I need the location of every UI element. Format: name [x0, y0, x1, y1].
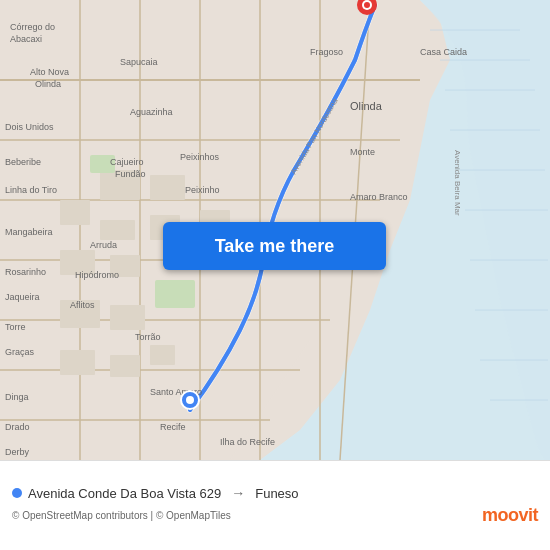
svg-text:Torre: Torre [5, 322, 26, 332]
svg-rect-28 [60, 200, 90, 225]
svg-text:Peixinho: Peixinho [185, 185, 220, 195]
svg-text:Graças: Graças [5, 347, 35, 357]
svg-text:Amaro Branco: Amaro Branco [350, 192, 408, 202]
svg-text:Dinga: Dinga [5, 392, 29, 402]
svg-text:Recife: Recife [160, 422, 186, 432]
route-origin: Avenida Conde Da Boa Vista 629 [28, 486, 221, 501]
svg-rect-38 [150, 345, 175, 365]
svg-text:Hipódromo: Hipódromo [75, 270, 119, 280]
svg-text:Aguazinha: Aguazinha [130, 107, 173, 117]
svg-text:Olinda: Olinda [350, 100, 383, 112]
svg-text:Olinda: Olinda [35, 79, 61, 89]
svg-point-79 [364, 2, 370, 8]
svg-text:Peixinhos: Peixinhos [180, 152, 220, 162]
svg-text:Ilha do Recife: Ilha do Recife [220, 437, 275, 447]
svg-text:Monte: Monte [350, 147, 375, 157]
origin-indicator [12, 488, 22, 498]
svg-point-81 [186, 396, 194, 404]
svg-text:Linha do Tiro: Linha do Tiro [5, 185, 57, 195]
take-me-there-button[interactable]: Take me there [163, 222, 386, 270]
svg-text:Avenida Beira Mar: Avenida Beira Mar [453, 150, 462, 216]
svg-text:Fundão: Fundão [115, 169, 146, 179]
svg-text:Sapucaia: Sapucaia [120, 57, 158, 67]
route-row: Avenida Conde Da Boa Vista 629 → Funeso [12, 485, 538, 501]
svg-text:Aflitos: Aflitos [70, 300, 95, 310]
map-attribution: © OpenStreetMap contributors | © OpenMap… [12, 510, 231, 521]
svg-text:Jaqueira: Jaqueira [5, 292, 40, 302]
svg-text:Dois Unidos: Dois Unidos [5, 122, 54, 132]
svg-text:Rosarinho: Rosarinho [5, 267, 46, 277]
svg-text:Torrão: Torrão [135, 332, 161, 342]
svg-text:Beberibe: Beberibe [5, 157, 41, 167]
svg-rect-29 [100, 220, 135, 240]
moovit-logo: moovit [482, 505, 538, 526]
bottom-bar: Avenida Conde Da Boa Vista 629 → Funeso … [0, 460, 550, 550]
svg-text:Abacaxi: Abacaxi [10, 34, 42, 44]
attribution-row: © OpenStreetMap contributors | © OpenMap… [12, 505, 538, 526]
svg-rect-39 [155, 280, 195, 308]
svg-rect-36 [60, 350, 95, 375]
map-container: Olinda Fragoso Casa Caida Monte Amaro Br… [0, 0, 550, 460]
svg-text:Arruda: Arruda [90, 240, 117, 250]
svg-text:Derby: Derby [5, 447, 30, 457]
svg-rect-27 [150, 175, 185, 200]
route-destination: Funeso [255, 486, 298, 501]
svg-rect-35 [110, 305, 145, 330]
svg-text:Fragoso: Fragoso [310, 47, 343, 57]
moovit-text: moovit [482, 505, 538, 526]
svg-text:Mangabeira: Mangabeira [5, 227, 53, 237]
svg-text:Córrego do: Córrego do [10, 22, 55, 32]
route-arrow-icon: → [231, 485, 245, 501]
svg-text:Cajueiro: Cajueiro [110, 157, 144, 167]
svg-rect-37 [110, 355, 140, 377]
svg-text:Drado: Drado [5, 422, 30, 432]
svg-text:Alto Nova: Alto Nova [30, 67, 69, 77]
svg-text:Casa Caida: Casa Caida [420, 47, 467, 57]
